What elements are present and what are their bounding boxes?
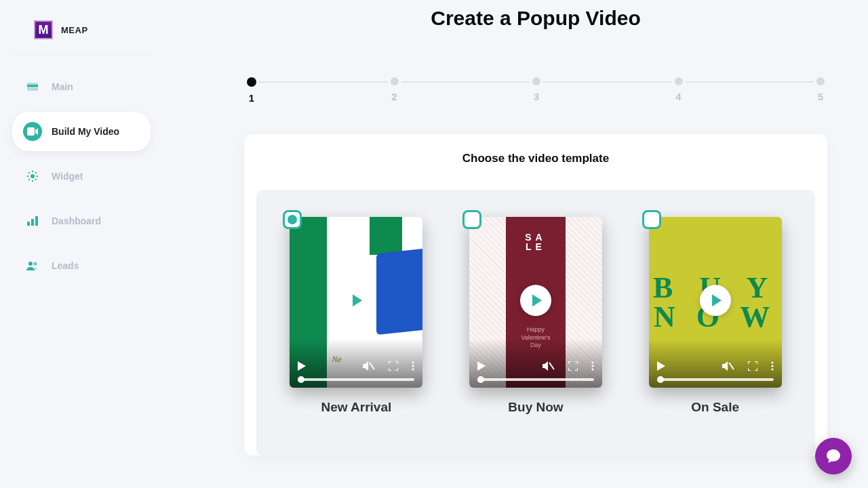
template-on-sale[interactable]: B U Y N O W (649, 217, 782, 415)
svg-point-16 (591, 368, 593, 370)
sidebar: M MEAP Main Build My Video Widget Dashbo… (0, 0, 163, 488)
play-button[interactable] (520, 285, 551, 316)
template-thumbnail[interactable]: SA LE Happy Valentine's Day (469, 217, 602, 388)
fullscreen-icon[interactable] (389, 361, 398, 371)
sidebar-item-build-my-video[interactable]: Build My Video (12, 112, 151, 151)
sidebar-item-label: Widget (52, 171, 83, 182)
step-number: 2 (391, 91, 397, 102)
sidebar-item-label: Dashboard (52, 216, 101, 226)
video-controls (469, 355, 602, 388)
overlay-text: Happy (527, 326, 545, 333)
template-card: Choose the video template Ne (244, 134, 827, 455)
progress-bar[interactable] (477, 378, 594, 381)
sidebar-item-dashboard[interactable]: Dashboard (12, 201, 151, 241)
svg-point-8 (34, 262, 37, 266)
step-dot (532, 77, 540, 85)
people-icon (23, 256, 42, 275)
svg-rect-6 (35, 216, 38, 226)
step-3[interactable]: 3 (530, 77, 543, 104)
step-number: 1 (249, 92, 254, 104)
sidebar-item-main[interactable]: Main (12, 67, 151, 106)
sidebar-item-label: Leads (52, 260, 79, 271)
template-radio[interactable] (283, 210, 302, 229)
svg-rect-5 (31, 219, 34, 226)
svg-point-19 (771, 365, 773, 367)
play-icon (353, 294, 362, 306)
progress-bar[interactable] (657, 378, 774, 381)
play-icon[interactable] (298, 361, 306, 371)
chat-icon (825, 448, 842, 464)
template-buy-now[interactable]: SA LE Happy Valentine's Day (469, 217, 602, 415)
play-icon (532, 294, 542, 306)
logo-mark: M (34, 20, 53, 39)
svg-line-17 (729, 363, 734, 369)
step-dot (675, 77, 683, 85)
svg-point-3 (31, 174, 35, 178)
fullscreen-icon[interactable] (748, 361, 757, 371)
step-4[interactable]: 4 (672, 77, 686, 104)
svg-point-18 (771, 361, 773, 363)
video-icon (23, 122, 42, 141)
template-label: On Sale (691, 400, 739, 415)
step-number: 3 (534, 91, 539, 102)
svg-rect-4 (27, 222, 30, 226)
play-button[interactable] (340, 285, 372, 316)
logo: M MEAP (12, 20, 151, 55)
play-icon[interactable] (477, 361, 486, 371)
svg-rect-1 (27, 85, 38, 87)
svg-point-14 (591, 361, 593, 363)
step-dot (816, 77, 825, 85)
svg-point-15 (591, 365, 593, 367)
more-icon[interactable] (412, 361, 414, 371)
video-controls (290, 355, 422, 388)
mute-icon[interactable] (542, 361, 555, 371)
template-thumbnail[interactable]: Ne (290, 217, 422, 388)
svg-point-12 (412, 368, 414, 370)
play-icon[interactable] (657, 361, 665, 371)
gear-icon (23, 167, 42, 186)
template-radio[interactable] (642, 210, 661, 229)
step-2[interactable]: 2 (388, 77, 401, 104)
more-icon[interactable] (771, 361, 774, 371)
card-icon (23, 77, 42, 96)
template-radio[interactable] (462, 210, 481, 229)
svg-point-10 (412, 361, 414, 363)
chat-fab[interactable] (815, 438, 852, 474)
svg-line-13 (549, 363, 554, 369)
bar-chart-icon (23, 211, 42, 230)
logo-text: MEAP (61, 25, 88, 35)
template-label: New Arrival (321, 400, 391, 415)
fullscreen-icon[interactable] (568, 361, 578, 371)
sidebar-item-leads[interactable]: Leads (12, 246, 151, 285)
play-button[interactable] (700, 285, 731, 316)
mute-icon[interactable] (363, 361, 375, 371)
svg-point-11 (412, 365, 414, 367)
sidebar-item-widget[interactable]: Widget (12, 157, 151, 196)
mute-icon[interactable] (722, 361, 734, 371)
svg-rect-2 (27, 127, 35, 136)
template-label: Buy Now (508, 400, 563, 415)
templates-grid: Ne (256, 190, 815, 455)
overlay-text: LE (526, 241, 546, 252)
step-dot (391, 77, 399, 85)
svg-point-7 (28, 262, 33, 266)
step-5[interactable]: 5 (814, 77, 827, 104)
section-title: Choose the video template (244, 152, 827, 165)
progress-bar[interactable] (298, 378, 414, 381)
template-thumbnail[interactable]: B U Y N O W (649, 217, 782, 388)
svg-line-9 (370, 363, 374, 369)
page-title: Create a Popup Video (244, 7, 827, 30)
stepper: 1 2 3 4 5 (244, 77, 827, 104)
video-controls (649, 355, 782, 388)
svg-point-20 (771, 368, 773, 370)
step-number: 5 (818, 91, 823, 102)
play-icon (712, 294, 722, 306)
step-number: 4 (675, 91, 681, 102)
step-1[interactable]: 1 (244, 77, 259, 104)
step-dot (247, 77, 256, 87)
sidebar-item-label: Main (52, 81, 73, 92)
template-new-arrival[interactable]: Ne (290, 217, 422, 415)
main-content: Create a Popup Video 1 2 3 4 5 (163, 0, 868, 488)
sidebar-item-label: Build My Video (52, 126, 119, 137)
more-icon[interactable] (591, 361, 594, 371)
